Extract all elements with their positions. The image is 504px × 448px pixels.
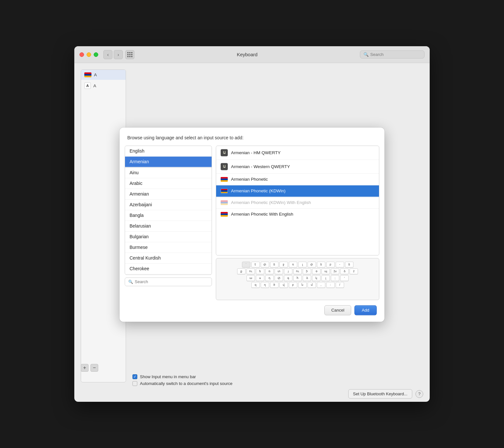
- language-search-bar[interactable]: 🔍: [125, 277, 212, 286]
- input-item-phonetic-english[interactable]: Armenian Phonetic With English: [216, 208, 379, 220]
- keyboard-preview: ` է փ ձ ջ ռ լ փ ձ բ - ձ: [216, 258, 379, 300]
- kb-key-y: յ: [284, 268, 292, 274]
- input-item-kdwin-english-label: Armenian Phonetic (KDWin) With English: [231, 200, 311, 205]
- show-input-menu-checkbox[interactable]: ✓: [132, 374, 137, 379]
- close-button[interactable]: [79, 52, 84, 57]
- kb-key-4: ջ: [279, 261, 288, 267]
- input-item-kdwin-label: Armenian Phonetic (KDWin): [231, 188, 286, 193]
- forward-button[interactable]: ›: [114, 50, 123, 59]
- dialog-instruction: Browse using language and select an inpu…: [120, 127, 384, 145]
- help-button[interactable]: ?: [415, 390, 423, 398]
- title-bar: ‹ › Keyboard 🔍: [74, 46, 430, 63]
- remove-source-button[interactable]: −: [90, 364, 98, 372]
- arm-letter-icon-hm: Ա: [221, 149, 228, 156]
- auto-switch-label: Automatically switch to a document's inp…: [140, 381, 232, 386]
- kb-key-b: բ: [289, 282, 297, 288]
- input-source-list[interactable]: Ա Armenian - HM QWERTY Ա Armenian - West…: [216, 145, 379, 255]
- lang-item-armenian[interactable]: Armenian: [125, 189, 212, 199]
- sidebar-item-eng-label: A: [93, 83, 96, 88]
- kb-key-i: ի: [303, 268, 311, 274]
- sidebar-item-armenian[interactable]: A: [81, 70, 126, 80]
- kb-key-d: դ: [265, 275, 274, 281]
- kb-key-l: լ: [321, 275, 330, 281]
- language-search-input[interactable]: [135, 279, 208, 284]
- input-item-kdwin-english[interactable]: Armenian Phonetic (KDWin) With English: [216, 197, 379, 208]
- kb-key-j: ձ: [303, 275, 311, 281]
- input-item-western-label: Armenian - Western QWERTY: [231, 164, 290, 169]
- language-list-container: English Armenian Ainu Arabic Armenian Az…: [125, 145, 212, 300]
- kb-key-m: մ: [308, 282, 316, 288]
- lang-item-armenian-top[interactable]: Armenian: [125, 156, 212, 167]
- kb-key-rbracket: ձ: [340, 268, 349, 274]
- maximize-button[interactable]: [94, 52, 98, 57]
- input-item-phonetic-label: Armenian Phonetic: [231, 177, 268, 182]
- sidebar-item-english[interactable]: A A: [81, 80, 126, 91]
- kb-key-h: հ: [293, 275, 302, 281]
- bluetooth-keyboard-button[interactable]: Set Up Bluetooth Keyboard...: [348, 389, 412, 399]
- auto-switch-checkbox[interactable]: [132, 381, 137, 386]
- language-list[interactable]: English Armenian Ainu Arabic Armenian Az…: [125, 145, 212, 275]
- lang-item-central-kurdish[interactable]: Central Kurdish: [125, 253, 212, 263]
- input-item-hm-qwerty[interactable]: Ա Armenian - HM QWERTY: [216, 146, 379, 160]
- kb-key-period: :: [326, 282, 335, 288]
- kb-key-1: է: [251, 261, 260, 267]
- input-sources-container: Ա Armenian - HM QWERTY Ա Armenian - West…: [212, 145, 379, 300]
- kb-key-2: փ: [261, 261, 269, 267]
- lang-item-chinese-simplified[interactable]: Chinese, Simplified: [125, 274, 212, 275]
- kb-key-lbracket: խ: [331, 268, 339, 274]
- grid-icon: [127, 52, 132, 57]
- kb-key-z: զ: [251, 282, 260, 288]
- kb-key-8: ձ: [317, 261, 325, 267]
- cancel-button[interactable]: Cancel: [324, 305, 351, 315]
- lang-item-belarusian[interactable]: Belarusian: [125, 221, 212, 231]
- kb-key-x: ղ: [261, 282, 269, 288]
- back-icon: ‹: [107, 52, 109, 57]
- kb-key-6: լ: [298, 261, 307, 267]
- input-item-phonetic-english-label: Armenian Phonetic With English: [231, 212, 293, 217]
- window-title: Keyboard: [134, 52, 360, 57]
- kb-key-t: տ: [275, 268, 283, 274]
- kb-key-3: ձ: [270, 261, 278, 267]
- bottom-buttons-row: Set Up Bluetooth Keyboard... ?: [74, 386, 430, 402]
- lang-item-english[interactable]: English: [125, 146, 212, 156]
- kb-key-5: ռ: [289, 261, 297, 267]
- kb-key-backtick: `: [242, 261, 250, 267]
- back-button[interactable]: ‹: [103, 50, 112, 59]
- grid-view-button[interactable]: [125, 50, 134, 59]
- arm-flag-kdwin-english: [221, 200, 228, 205]
- kb-key-f: փ: [275, 275, 283, 281]
- kb-key-slash: /: [336, 282, 344, 288]
- kb-key-s: ս: [256, 275, 264, 281]
- kb-key-equals: ձ: [345, 261, 353, 267]
- add-source-button[interactable]: +: [81, 364, 89, 372]
- kb-key-v: վ: [279, 282, 288, 288]
- lang-item-bulgarian[interactable]: Bulgarian: [125, 231, 212, 242]
- title-search-input[interactable]: [370, 52, 421, 57]
- lang-item-azerbaijani[interactable]: Azerbaijani: [125, 199, 212, 210]
- background-sidebar: A A A: [81, 69, 126, 382]
- kb-key-9: բ: [326, 261, 335, 267]
- add-button[interactable]: Add: [354, 305, 377, 315]
- arm-letter-icon-western: Ա: [221, 163, 228, 170]
- lang-item-bangla[interactable]: Bangla: [125, 210, 212, 221]
- title-search-bar[interactable]: 🔍: [360, 50, 425, 59]
- dialog-footer: Cancel Add: [120, 300, 384, 322]
- forward-icon: ›: [118, 52, 119, 57]
- kb-key-r: ռ: [265, 268, 274, 274]
- bottom-area: + − ✓ Show Input menu in menu bar Automa…: [74, 364, 430, 402]
- lang-item-ainu[interactable]: Ainu: [125, 167, 212, 178]
- minimize-button[interactable]: [87, 52, 91, 57]
- kb-key-7: փ: [308, 261, 316, 267]
- input-item-western-qwerty[interactable]: Ա Armenian - Western QWERTY: [216, 160, 379, 174]
- armenian-flag-icon: [84, 72, 91, 77]
- lang-item-burmese[interactable]: Burmese: [125, 242, 212, 253]
- input-item-kdwin[interactable]: Armenian Phonetic (KDWin): [216, 185, 379, 197]
- lang-item-cherokee[interactable]: Cherokee: [125, 263, 212, 274]
- auto-switch-row: Automatically switch to a document's inp…: [132, 381, 430, 386]
- lang-item-arabic[interactable]: Arabic: [125, 178, 212, 189]
- main-window: ‹ › Keyboard 🔍: [74, 46, 430, 402]
- input-item-phonetic[interactable]: Armenian Phonetic: [216, 174, 379, 185]
- search-icon: 🔍: [363, 52, 369, 57]
- kb-key-comma: ,: [317, 282, 325, 288]
- lang-search-icon: 🔍: [128, 280, 133, 284]
